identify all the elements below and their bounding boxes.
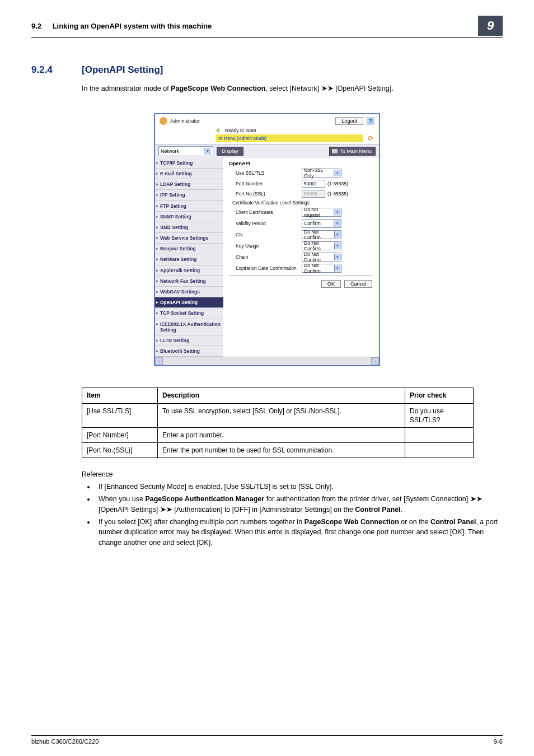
divider bbox=[229, 275, 373, 276]
client-cert-label: Client Certificates bbox=[236, 209, 302, 215]
chevron-down-icon: ▾ bbox=[334, 209, 341, 216]
port-number-input[interactable]: 50001 bbox=[302, 180, 325, 188]
list-item: When you use PageScope Authentication Ma… bbox=[95, 494, 503, 515]
expiry-select[interactable]: Do Not Confirm ▾ bbox=[302, 264, 341, 273]
scroll-right-icon[interactable]: › bbox=[371, 357, 379, 365]
sidebar-item[interactable]: FTP Setting bbox=[155, 201, 223, 212]
reference-list: If [Enhanced Security Mode] is enabled, … bbox=[82, 482, 503, 548]
intro-paragraph: In the administrator mode of PageScope W… bbox=[82, 83, 503, 94]
cell-prior: Do you use SSL/TLS? bbox=[405, 403, 474, 427]
cn-select[interactable]: Do Not Confirm ▾ bbox=[302, 230, 341, 239]
ok-button[interactable]: OK bbox=[321, 280, 341, 288]
chevron-down-icon: ▾ bbox=[334, 254, 341, 260]
panel-title: OpenAPI bbox=[227, 160, 376, 167]
sidebar-item[interactable]: IEEE802.1X Authentication Setting bbox=[155, 319, 223, 335]
table-row: [Port Number]Enter a port number. bbox=[82, 427, 474, 442]
admin-label: Administrator bbox=[170, 118, 200, 124]
sidebar-item[interactable]: Bluetooth Setting bbox=[155, 346, 223, 357]
cell-desc: Enter a port number. bbox=[158, 427, 405, 442]
cell-desc: Enter the port number to be used for SSL… bbox=[158, 443, 405, 458]
sidebar-item[interactable]: SNMP Setting bbox=[155, 212, 223, 222]
sidebar: TCP/IP SettingE-mail SettingLDAP Setting… bbox=[155, 158, 223, 357]
port-number-range: (1-65535) bbox=[327, 181, 348, 186]
to-main-menu-button[interactable]: To Main Menu bbox=[329, 147, 376, 156]
section-title: [OpenAPI Setting] bbox=[82, 64, 163, 76]
header-section-ref: 9.2 bbox=[31, 22, 50, 30]
list-item: If you select [OK] after changing multip… bbox=[95, 517, 503, 548]
sidebar-item[interactable]: TCP Socket Setting bbox=[155, 308, 223, 319]
chapter-badge: 9 bbox=[478, 16, 503, 36]
cancel-button[interactable]: Cancel bbox=[344, 280, 372, 288]
sidebar-item[interactable]: NetWare Setting bbox=[155, 254, 223, 265]
refresh-icon[interactable]: ⟳ bbox=[367, 134, 374, 142]
cn-label: CN bbox=[236, 232, 302, 237]
th-desc: Description bbox=[158, 388, 405, 403]
use-ssl-select[interactable]: Non-SSL Only ▾ bbox=[302, 169, 341, 178]
validity-select[interactable]: Confirm ▾ bbox=[302, 219, 341, 228]
cell-item: [Use SSL/TLS] bbox=[82, 403, 158, 427]
main-menu-icon bbox=[332, 149, 338, 153]
sidebar-item[interactable]: E-mail Setting bbox=[155, 169, 223, 179]
spec-table: Item Description Prior check [Use SSL/TL… bbox=[82, 388, 474, 458]
th-item: Item bbox=[82, 388, 158, 403]
sidebar-item[interactable]: LDAP Setting bbox=[155, 179, 223, 190]
use-ssl-label: Use SSL/TLS bbox=[236, 170, 302, 176]
chevron-down-icon: ▾ bbox=[334, 220, 341, 227]
cell-item: [Port Number] bbox=[82, 427, 158, 442]
sidebar-item[interactable]: Web Service Settings bbox=[155, 233, 223, 244]
expiry-label: Expiration Date Confirmation bbox=[236, 265, 302, 271]
display-button[interactable]: Display bbox=[217, 147, 243, 156]
chevron-down-icon: ▾ bbox=[334, 265, 341, 272]
th-prior: Prior check bbox=[405, 388, 474, 403]
page-footer: bizhub C360/C280/C220 9-6 bbox=[31, 735, 503, 745]
sidebar-item[interactable]: SMB Setting bbox=[155, 222, 223, 233]
cell-prior bbox=[405, 443, 474, 458]
list-item: If [Enhanced Security Mode] is enabled, … bbox=[95, 482, 503, 492]
chain-select[interactable]: Do Not Confirm ▾ bbox=[302, 253, 341, 262]
key-usage-label: Key Usage bbox=[236, 243, 302, 249]
sidebar-item[interactable]: AppleTalk Setting bbox=[155, 265, 223, 276]
sidebar-item[interactable]: IPP Setting bbox=[155, 190, 223, 200]
status-text: Ready to Scan bbox=[225, 128, 256, 133]
content-panel: OpenAPI Use SSL/TLS Non-SSL Only ▾ Port … bbox=[223, 158, 379, 357]
chevron-down-icon: ▾ bbox=[204, 148, 211, 155]
cell-desc: To use SSL encryption, select [SSL Only]… bbox=[158, 403, 405, 427]
port-ssl-range: (1-65535) bbox=[327, 191, 348, 197]
admin-icon bbox=[160, 117, 167, 125]
reference-heading: Reference bbox=[82, 470, 503, 478]
client-cert-select[interactable]: Do not request ▾ bbox=[302, 208, 341, 217]
page-header: 9.2 Linking an OpenAPI system with this … bbox=[31, 16, 503, 38]
table-row: [Port No.(SSL)]Enter the port number to … bbox=[82, 443, 474, 458]
sidebar-item[interactable]: LLTD Setting bbox=[155, 335, 223, 346]
help-icon[interactable]: ? bbox=[367, 117, 374, 125]
port-ssl-label: Port No.(SSL) bbox=[236, 191, 302, 197]
sidebar-item[interactable]: Network Fax Setting bbox=[155, 276, 223, 287]
footer-model: bizhub C360/C280/C220 bbox=[31, 738, 494, 745]
validity-label: Validity Period bbox=[236, 221, 302, 226]
key-usage-select[interactable]: Do Not Confirm ▾ bbox=[302, 241, 341, 250]
chevron-down-icon: ▾ bbox=[334, 242, 341, 249]
logout-button[interactable]: Logout bbox=[335, 117, 363, 125]
section-number: 9.2.4 bbox=[31, 64, 82, 76]
chevron-down-icon: ▾ bbox=[334, 231, 341, 238]
port-number-label: Port Number bbox=[236, 181, 302, 186]
sidebar-item[interactable]: TCP/IP Setting bbox=[155, 158, 223, 169]
scroll-left-icon[interactable]: ‹ bbox=[155, 357, 163, 365]
nav-category-select[interactable]: Network ▾ bbox=[158, 146, 213, 156]
cell-prior bbox=[405, 427, 474, 442]
chevron-down-icon: ▾ bbox=[334, 170, 341, 176]
footer-page-number: 9-6 bbox=[494, 738, 503, 745]
status-icon bbox=[216, 128, 222, 133]
sidebar-item[interactable]: Bonjour Setting bbox=[155, 244, 223, 254]
table-row: [Use SSL/TLS]To use SSL encryption, sele… bbox=[82, 403, 474, 427]
mode-bar: In Menu (Admin Mode) bbox=[216, 134, 363, 142]
chain-label: Chain bbox=[236, 254, 302, 260]
sidebar-item[interactable]: OpenAPI Setting bbox=[155, 297, 223, 308]
header-section-label: Linking an OpenAPI system with this mach… bbox=[53, 22, 212, 30]
horizontal-scrollbar[interactable]: ‹ › bbox=[155, 357, 379, 365]
cell-item: [Port No.(SSL)] bbox=[82, 443, 158, 458]
port-ssl-input: 50003 bbox=[302, 190, 325, 198]
screenshot: Administrator Logout ? Ready to Scan In … bbox=[154, 113, 380, 367]
sidebar-item[interactable]: WebDAV Settings bbox=[155, 287, 223, 297]
cert-level-header: Certificate Verification Level Settings bbox=[227, 199, 376, 207]
